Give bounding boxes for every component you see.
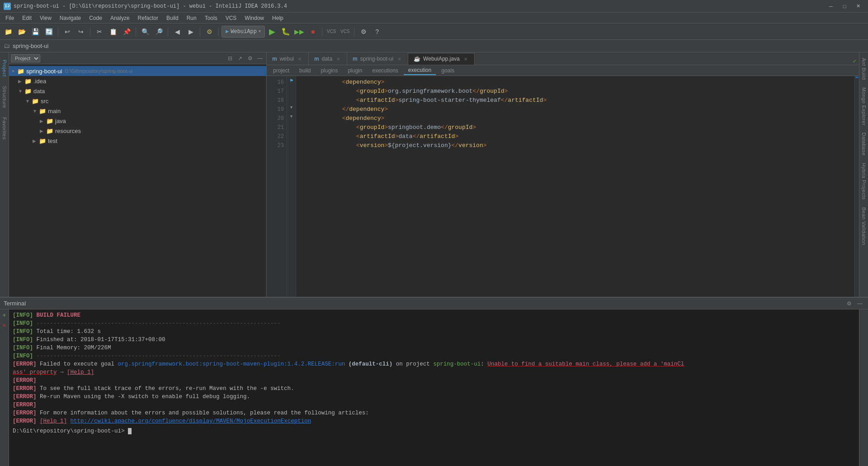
menu-help[interactable]: Help (269, 14, 287, 22)
terminal-title: Terminal (4, 300, 26, 307)
settings-panel-button[interactable]: ⚙ (245, 54, 255, 63)
scroll-from-source-button[interactable]: ↗ (236, 54, 245, 63)
sidebar-tab-favorites[interactable]: Favorites (1, 114, 8, 143)
tree-item-resources[interactable]: ▶ 📁 resources (9, 126, 266, 136)
tree-item-test-label: test (48, 138, 57, 144)
terminal-settings-button[interactable]: ⚙ (844, 299, 854, 308)
tree-item-test[interactable]: ▶ 📁 test (9, 136, 266, 146)
maximize-button[interactable]: □ (838, 2, 851, 11)
terminal-cursor (128, 428, 132, 434)
run-config-dropdown[interactable]: ▼ (259, 29, 261, 34)
save-all-button[interactable]: 💾 (29, 25, 42, 38)
tab-data[interactable]: m data ✕ (309, 53, 347, 65)
right-tab-ant-build[interactable]: Ant Build (860, 54, 868, 84)
next-button[interactable]: ▶ (184, 25, 197, 38)
menu-analyze[interactable]: Analyze (107, 14, 133, 22)
right-tab-mongo[interactable]: Mongo Explorer (860, 84, 868, 129)
tree-item-idea[interactable]: ▶ 📁 .idea (9, 76, 266, 86)
code-line-20: <dependency> (300, 114, 851, 123)
collapse-all-button[interactable]: ⊟ (226, 54, 235, 63)
paste-button[interactable]: 📌 (120, 25, 133, 38)
tree-arrow-idea: ▶ (18, 79, 24, 84)
build-tab-execution[interactable]: execution (404, 66, 436, 75)
sidebar-tab-project[interactable]: Project (1, 56, 8, 81)
src-folder-icon: 📁 (32, 98, 39, 105)
menu-tools[interactable]: Tools (201, 14, 221, 22)
build-tab-project[interactable]: project (269, 67, 294, 75)
build-tab-executions[interactable]: executions (368, 67, 402, 75)
menu-view[interactable]: View (36, 14, 55, 22)
tab-close-webuiapp[interactable]: ✕ (462, 56, 469, 62)
tree-item-src[interactable]: ▼ 📁 src (9, 96, 266, 106)
menu-edit[interactable]: Edit (19, 14, 35, 22)
terminal-close-session-icon[interactable]: ✕ (0, 321, 9, 329)
terminal-add-button[interactable]: + (0, 311, 9, 319)
build-project-button[interactable]: ⚙ (203, 25, 216, 38)
gutter-16: ⚑ (287, 76, 296, 85)
replace-button[interactable]: 🔎 (152, 25, 165, 38)
tree-item-root[interactable]: ▼ 📁 spring-boot-ui D:\Git\repository\spr… (9, 66, 266, 76)
menu-refactor[interactable]: Refactor (134, 14, 162, 22)
code-text-22: <artifactId>data</artifactId> (300, 132, 458, 141)
settings-button[interactable]: ⚙ (357, 25, 370, 38)
code-editor: 16 17 18 19 20 21 22 23 ⚑ ▼ ▼ (267, 76, 859, 297)
vcs-log-button[interactable]: VCS (339, 25, 351, 38)
run-configuration[interactable]: ▶ WebuiApp ▼ (222, 26, 265, 38)
terminal-line-total-time: [INFO] Total time: 1.632 s (13, 328, 855, 336)
tree-item-data[interactable]: ▼ 📁 data (9, 86, 266, 96)
panel-toolbar-left: Project (11, 54, 40, 62)
close-button[interactable]: ✕ (852, 2, 864, 11)
gutter-22 (287, 130, 296, 139)
menu-window[interactable]: Window (241, 14, 268, 22)
tab-spring-boot-ui[interactable]: m spring-boot-ui ✕ (347, 53, 408, 65)
minimize-button[interactable]: ─ (825, 2, 837, 11)
right-tab-hybris[interactable]: Hybris Projects (860, 159, 868, 203)
menu-navigate[interactable]: Navigate (56, 14, 85, 22)
run-button[interactable]: ▶ (266, 25, 278, 38)
right-tab-bean[interactable]: Bean Validation (860, 204, 868, 249)
tree-item-java[interactable]: ▶ 📁 java (9, 116, 266, 126)
menu-build[interactable]: Build (163, 14, 182, 22)
toolbar-sep-7 (322, 27, 322, 36)
prev-button[interactable]: ◀ (171, 25, 184, 38)
code-line-18: <artifactId>spring-boot-starter-thymelea… (300, 96, 851, 105)
undo-button[interactable]: ↩ (61, 25, 74, 38)
sidebar-tab-structure[interactable]: Structure (1, 82, 8, 112)
build-tab-build[interactable]: build (295, 67, 315, 75)
tab-label-webui: webui (280, 56, 294, 62)
terminal-hide-button[interactable]: — (855, 299, 864, 308)
window-controls[interactable]: ─ □ ✕ (825, 2, 864, 11)
tab-close-spring-boot-ui[interactable]: ✕ (396, 56, 402, 62)
project-folder-icon: 🗂 (4, 43, 10, 50)
redo-button[interactable]: ↪ (75, 25, 87, 38)
open-button[interactable]: 📂 (15, 25, 28, 38)
terminal-output[interactable]: [INFO] BUILD FAILURE [INFO] ------------… (9, 309, 859, 466)
build-tab-plugins[interactable]: plugins (316, 67, 342, 75)
help-button[interactable]: ? (371, 25, 383, 38)
menu-vcs[interactable]: VCS (222, 14, 241, 22)
project-scope-select[interactable]: Project (11, 54, 40, 62)
tree-item-main[interactable]: ▼ 📁 main (9, 106, 266, 116)
copy-button[interactable]: 📋 (107, 25, 119, 38)
debug-button[interactable]: 🐛 (279, 25, 292, 38)
find-button[interactable]: 🔍 (139, 25, 151, 38)
tab-close-webui[interactable]: ✕ (297, 56, 303, 62)
menu-run[interactable]: Run (183, 14, 200, 22)
menu-file[interactable]: File (2, 14, 18, 22)
cut-button[interactable]: ✂ (93, 25, 106, 38)
gutter-17 (287, 85, 296, 94)
tab-close-data[interactable]: ✕ (335, 56, 341, 62)
code-content[interactable]: <dependency> <groupId>org.springframewor… (296, 76, 854, 297)
tab-webuiapp[interactable]: ☕ WebuiApp.java ✕ (408, 53, 475, 65)
stop-button[interactable]: ■ (307, 25, 319, 38)
vcs-button[interactable]: VCS (325, 25, 338, 38)
right-tab-database[interactable]: Database (860, 129, 868, 159)
tab-webui[interactable]: m webui ✕ (267, 53, 309, 65)
hide-panel-button[interactable]: — (255, 54, 264, 63)
menu-code[interactable]: Code (85, 14, 106, 22)
build-tab-goals[interactable]: goals (437, 67, 459, 75)
run-with-coverage-button[interactable]: ▶▶ (293, 25, 306, 38)
new-project-button[interactable]: 📁 (2, 25, 14, 38)
build-tab-plugin[interactable]: plugin (343, 67, 367, 75)
sync-button[interactable]: 🔄 (42, 25, 55, 38)
